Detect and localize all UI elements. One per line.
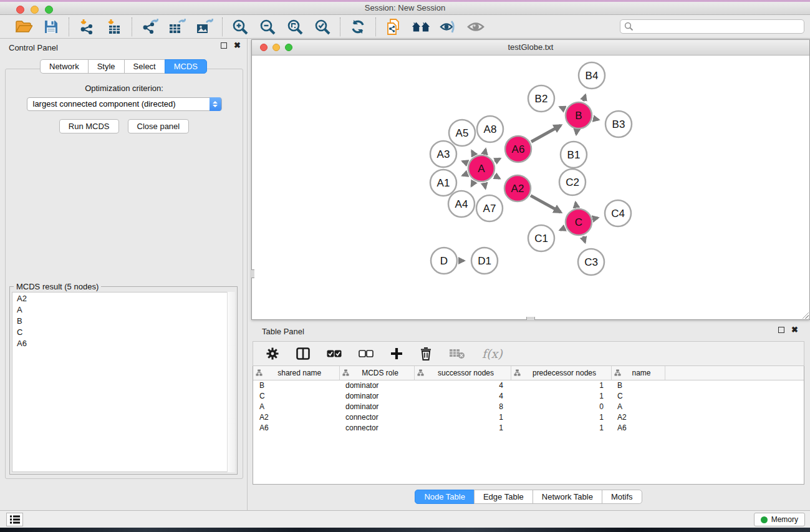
table-tab-network-table[interactable]: Network Table <box>533 490 602 504</box>
table-cell[interactable]: dominator <box>339 380 414 391</box>
column-header-name[interactable]: name <box>611 366 665 380</box>
zoom-selected-button[interactable] <box>313 18 332 36</box>
float-table-panel-icon[interactable] <box>778 327 784 333</box>
network-window-titlebar[interactable]: testGlobe.txt <box>252 40 809 56</box>
delete-table-button[interactable] <box>449 348 465 359</box>
table-cell[interactable]: 4 <box>414 391 511 402</box>
table-row[interactable]: Bdominator41B <box>253 380 804 391</box>
minimize-window-button[interactable] <box>31 6 39 14</box>
network-zoom-button[interactable] <box>285 44 292 51</box>
float-panel-icon[interactable] <box>221 42 227 49</box>
table-cell[interactable]: 1 <box>511 391 611 402</box>
table-row[interactable]: Adominator80A <box>253 402 804 412</box>
graph-edge-C-C4[interactable] <box>593 218 597 219</box>
zoom-in-button[interactable] <box>231 18 249 36</box>
close-window-button[interactable] <box>16 6 24 14</box>
table-cell[interactable]: 0 <box>511 402 611 412</box>
column-header-shared-name[interactable]: shared name <box>253 366 339 380</box>
table-cell[interactable]: C <box>253 391 339 402</box>
import-network-button[interactable] <box>77 18 96 36</box>
optimization-criterion-dropdown[interactable]: largest connected component (directed) <box>27 97 222 111</box>
mcds-result-list[interactable]: A2ABCA6 <box>12 292 235 472</box>
mcds-result-item[interactable]: A6 <box>12 337 234 349</box>
table-cell[interactable]: A2 <box>253 412 339 423</box>
export-image-button[interactable] <box>195 18 214 36</box>
graph-edge-A-A6[interactable] <box>494 158 500 161</box>
select-all-button[interactable] <box>327 350 342 358</box>
mcds-result-item[interactable]: C <box>12 326 234 337</box>
table-cell[interactable]: connector <box>339 423 414 433</box>
graph-edge-A-A4[interactable] <box>471 181 474 186</box>
memory-button[interactable]: Memory <box>754 513 805 526</box>
clone-network-button[interactable] <box>384 18 403 36</box>
close-table-panel-icon[interactable]: ✖ <box>791 327 798 333</box>
table-cell[interactable]: dominator <box>339 402 414 412</box>
network-close-button[interactable] <box>260 44 268 51</box>
table-cell[interactable]: B <box>253 380 339 391</box>
graph-edge-A-A5[interactable] <box>472 151 475 155</box>
table-cell[interactable]: 1 <box>414 412 511 423</box>
column-header-successor-nodes[interactable]: successor nodes <box>414 366 511 380</box>
graph-edge-B-B2[interactable] <box>560 107 565 110</box>
result-scrollbar[interactable] <box>227 292 235 472</box>
import-table-button[interactable] <box>105 18 123 36</box>
table-cell[interactable]: C <box>611 391 665 402</box>
function-builder-button[interactable]: f(x) <box>482 347 503 360</box>
table-tab-motifs[interactable]: Motifs <box>602 490 642 504</box>
table-tab-edge-table[interactable]: Edge Table <box>474 490 533 504</box>
save-session-button[interactable] <box>42 18 60 36</box>
column-header-predecessor-nodes[interactable]: predecessor nodes <box>511 366 611 380</box>
table-row[interactable]: A2connector11A2 <box>253 412 804 423</box>
export-network-button[interactable] <box>140 18 159 36</box>
tab-style[interactable]: Style <box>88 59 125 74</box>
zoom-out-button[interactable] <box>258 18 277 36</box>
table-cell[interactable]: 1 <box>414 423 511 433</box>
table-row[interactable]: Cdominator41C <box>253 391 804 402</box>
add-column-button[interactable] <box>390 347 403 360</box>
table-cell[interactable]: dominator <box>339 391 414 402</box>
mcds-result-item[interactable]: A <box>12 304 234 315</box>
zoom-window-button[interactable] <box>45 6 53 14</box>
graph-edge-A-A3[interactable] <box>463 162 468 163</box>
tab-mcds[interactable]: MCDS <box>165 59 207 74</box>
search-field[interactable] <box>620 19 804 34</box>
close-panel-button[interactable]: Close panel <box>128 119 190 133</box>
graph-edge-C-C1[interactable] <box>560 228 565 230</box>
refresh-button[interactable] <box>349 18 367 36</box>
graph-edge-B-B1[interactable] <box>576 130 577 135</box>
table-settings-button[interactable] <box>266 347 279 360</box>
network-canvas[interactable]: B4B2BB3A8A5A6A3B1AA1C2A2A4A7C4CC1C3DD1 <box>252 56 809 319</box>
table-cell[interactable]: B <box>611 380 665 391</box>
houses-button[interactable] <box>412 18 430 36</box>
resize-grip-left[interactable] <box>251 269 254 278</box>
graph-edge-A-A2[interactable] <box>494 176 499 179</box>
table-cell[interactable]: A6 <box>611 423 665 433</box>
network-graph-svg[interactable]: B4B2BB3A8A5A6A3B1AA1C2A2A4A7C4CC1C3DD1 <box>252 56 809 319</box>
task-history-button[interactable] <box>6 513 23 526</box>
graph-edge-B-B4[interactable] <box>584 95 586 101</box>
graph-edge-A6-B[interactable] <box>531 125 561 142</box>
resize-grip-bottom[interactable] <box>526 317 535 320</box>
close-panel-icon[interactable]: ✖ <box>234 42 241 49</box>
table-cell[interactable]: 4 <box>414 380 511 391</box>
mcds-result-item[interactable]: B <box>12 315 234 326</box>
run-mcds-button[interactable]: Run MCDS <box>59 119 119 133</box>
table-cell[interactable]: connector <box>339 412 414 423</box>
zoom-fit-button[interactable] <box>286 18 304 36</box>
table-cell[interactable]: 8 <box>414 402 511 412</box>
eye-button[interactable] <box>466 18 485 36</box>
table-cell[interactable]: 1 <box>511 412 611 423</box>
split-columns-button[interactable] <box>296 347 310 360</box>
unselect-all-button[interactable] <box>359 350 374 358</box>
graph-edge-A-A7[interactable] <box>485 183 486 188</box>
table-cell[interactable]: A2 <box>611 412 665 423</box>
mcds-result-item[interactable]: A2 <box>12 293 234 304</box>
network-minimize-button[interactable] <box>272 44 280 51</box>
graph-edge-A2-C[interactable] <box>531 196 561 213</box>
table-cell[interactable]: A <box>253 402 339 412</box>
table-cell[interactable]: A <box>611 402 665 412</box>
graph-edge-C-C3[interactable] <box>583 236 585 243</box>
eye-slash-button[interactable] <box>439 18 458 36</box>
graph-edge-A-A1[interactable] <box>463 174 468 176</box>
graph-edge-B-B3[interactable] <box>593 118 598 120</box>
